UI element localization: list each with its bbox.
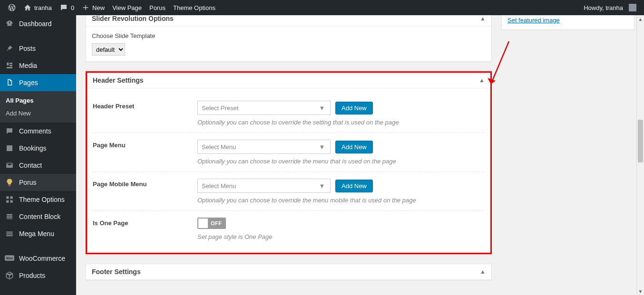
set-featured-image-link[interactable]: Set featured image <box>507 17 560 24</box>
block-icon <box>5 212 14 221</box>
slider-revolution-box: Slider Revolution Options ▲ Choose Slide… <box>86 10 492 62</box>
footer-settings-box: Footer Settings ▲ <box>86 264 492 280</box>
sidebar-item-media[interactable]: Media <box>0 57 76 74</box>
adminbar-theme-options[interactable]: Theme Options <box>169 0 219 15</box>
wp-logo[interactable] <box>4 0 20 15</box>
admin-sidebar: Dashboard Posts Media Pages All Pages Ad… <box>0 15 76 295</box>
new-label: New <box>92 4 105 11</box>
page-menu-desc: Optionally you can choose to override th… <box>197 158 485 165</box>
footer-settings-header[interactable]: Footer Settings ▲ <box>86 264 491 280</box>
svg-rect-8 <box>7 219 12 219</box>
adminbar-porus[interactable]: Porus <box>146 0 169 15</box>
submenu-add-new[interactable]: Add New <box>0 107 76 120</box>
footer-settings-title: Footer Settings <box>92 268 141 276</box>
header-preset-add-button[interactable]: Add New <box>335 102 373 114</box>
avatar <box>629 4 636 11</box>
adminbar-view-page[interactable]: View Page <box>108 0 146 15</box>
svg-rect-10 <box>6 233 13 234</box>
comments-bubble[interactable]: 0 <box>56 0 78 15</box>
scrollbar-down-arrow[interactable]: ▼ <box>637 287 644 295</box>
sidebar-item-dashboard[interactable]: Dashboard <box>0 15 76 32</box>
page-mobile-menu-label: Page Mobile Menu <box>93 179 197 188</box>
chevron-down-icon: ▼ <box>318 181 326 190</box>
bulb-icon <box>5 178 14 187</box>
svg-rect-11 <box>6 235 13 236</box>
header-preset-row: Header Preset Select Preset ▼ Add New Op… <box>93 94 485 133</box>
svg-rect-7 <box>7 216 12 218</box>
wordpress-icon <box>8 3 16 12</box>
content-area: Slider Revolution Options ▲ Choose Slide… <box>76 0 644 295</box>
sidebar-item-products[interactable]: Products <box>0 267 76 284</box>
sidebar-item-porus[interactable]: Porus <box>0 174 76 191</box>
slider-revolution-title: Slider Revolution Options <box>92 15 174 22</box>
chevron-down-icon: ▼ <box>318 143 326 151</box>
choose-slide-label: Choose Slide Template <box>92 32 486 39</box>
collapse-icon: ▲ <box>480 15 486 22</box>
sidebar-item-content-block[interactable]: Content Block <box>0 208 76 225</box>
scrollbar-up-arrow[interactable]: ▲ <box>637 15 644 23</box>
admin-bar: tranha 0 New View Page Porus Theme Optio… <box>0 0 644 15</box>
howdy-label: Howdy, tranha <box>584 4 623 11</box>
sidebar-item-pages[interactable]: Pages <box>0 74 76 91</box>
toggle-off-label: OFF <box>209 220 226 226</box>
one-page-desc: Set page style is One Page <box>197 233 485 240</box>
header-settings-header[interactable]: Header Settings ▲ <box>87 73 490 88</box>
svg-rect-6 <box>7 214 12 216</box>
comments-icon <box>5 126 14 136</box>
page-menu-add-button[interactable]: Add New <box>335 141 373 153</box>
svg-rect-3 <box>10 196 13 199</box>
sidebar-item-theme-options[interactable]: Theme Options <box>0 191 76 208</box>
woo-icon: Woo <box>5 254 14 263</box>
chevron-down-icon: ▼ <box>318 104 326 112</box>
header-settings-title: Header Settings <box>93 76 144 84</box>
media-icon <box>5 61 14 70</box>
header-preset-label: Header Preset <box>93 101 197 110</box>
sidebar-item-woocommerce[interactable]: Woo WooCommerce <box>0 250 76 267</box>
page-menu-row: Page Menu Select Menu ▼ Add New Optional… <box>93 133 485 172</box>
page-mobile-menu-select[interactable]: Select Menu ▼ <box>197 179 331 193</box>
sidebar-item-posts[interactable]: Posts <box>0 40 76 57</box>
svg-rect-9 <box>6 232 13 233</box>
page-mobile-menu-row: Page Mobile Menu Select Menu ▼ Add New O… <box>93 172 485 211</box>
collapse-icon: ▲ <box>480 268 486 275</box>
page-menu-select[interactable]: Select Menu ▼ <box>197 140 331 154</box>
submenu-all-pages[interactable]: All Pages <box>0 94 76 107</box>
header-settings-box: Header Settings ▲ Header Preset Select P… <box>86 71 492 254</box>
page-mobile-menu-desc: Optionally you can choose to override th… <box>197 197 485 204</box>
mail-icon <box>5 161 14 170</box>
one-page-toggle[interactable]: OFF <box>197 218 226 229</box>
sidebar-item-bookings[interactable]: Bookings <box>0 140 76 157</box>
new-content[interactable]: New <box>78 0 108 15</box>
sidebar-item-appearance[interactable]: Appearance <box>0 292 76 295</box>
calendar-icon <box>5 143 14 153</box>
vertical-scrollbar[interactable]: ▲ ▼ <box>636 15 644 295</box>
scrollbar-thumb[interactable] <box>638 120 643 162</box>
page-menu-label: Page Menu <box>93 140 197 149</box>
svg-rect-5 <box>10 200 13 203</box>
header-preset-desc: Optionally you can choose to override th… <box>197 119 485 126</box>
collapse-icon: ▲ <box>479 77 485 84</box>
my-account[interactable]: Howdy, tranha <box>580 0 640 15</box>
svg-rect-4 <box>6 200 9 203</box>
sidebar-item-contact[interactable]: Contact <box>0 157 76 174</box>
svg-rect-2 <box>6 196 9 199</box>
sidebar-item-comments[interactable]: Comments <box>0 123 76 140</box>
grid-icon <box>5 195 14 204</box>
comments-count: 0 <box>71 4 74 11</box>
site-name-label: tranha <box>34 4 52 11</box>
is-one-page-label: Is One Page <box>93 218 197 227</box>
pages-icon <box>5 78 14 87</box>
dashboard-icon <box>5 19 14 29</box>
products-icon <box>5 271 14 280</box>
is-one-page-row: Is One Page OFF Set page style is One Pa… <box>93 211 485 247</box>
pages-submenu: All Pages Add New <box>0 91 76 123</box>
svg-text:Woo: Woo <box>6 257 13 260</box>
toggle-knob <box>198 219 208 228</box>
megamenu-icon <box>5 229 14 238</box>
header-preset-select[interactable]: Select Preset ▼ <box>197 101 331 115</box>
page-mobile-menu-add-button[interactable]: Add New <box>335 180 373 192</box>
site-name[interactable]: tranha <box>20 0 56 15</box>
sidebar-item-mega-menu[interactable]: Mega Menu <box>0 225 76 242</box>
slide-template-select[interactable]: default <box>92 43 125 56</box>
plus-icon <box>82 4 89 11</box>
